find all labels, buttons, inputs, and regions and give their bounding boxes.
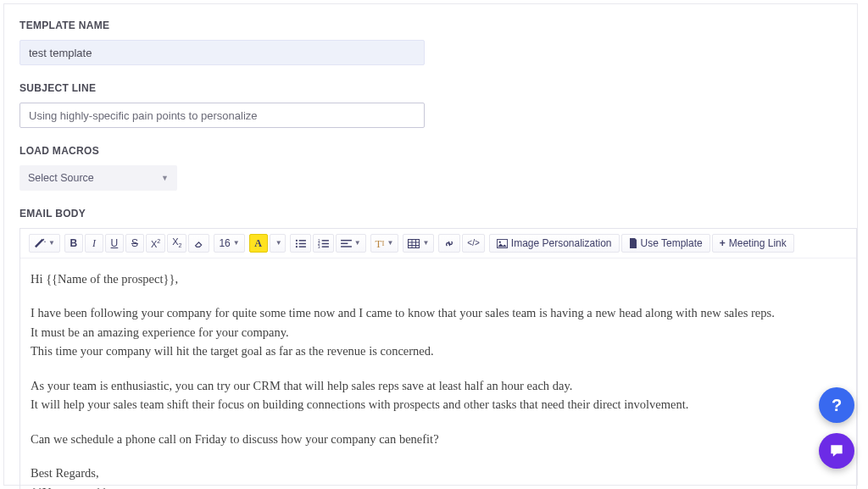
- body-line: As your team is enthusiastic, you can tr…: [31, 377, 846, 395]
- subject-line-label: SUBJECT LINE: [19, 82, 857, 94]
- svg-rect-16: [341, 246, 352, 247]
- chevron-down-icon: ▼: [161, 174, 169, 182]
- svg-rect-15: [341, 242, 348, 243]
- template-editor-panel: TEMPLATE NAME SUBJECT LINE LOAD MACROS S…: [3, 3, 858, 486]
- font-format-icon: T: [376, 238, 382, 249]
- subscript-button[interactable]: X2: [167, 234, 186, 253]
- chevron-down-icon: ▼: [387, 240, 394, 247]
- chevron-down-icon: ▼: [48, 240, 55, 247]
- svg-point-4: [295, 242, 297, 244]
- template-name-input[interactable]: [19, 40, 425, 65]
- svg-point-1: [44, 242, 45, 242]
- file-icon: [629, 238, 637, 248]
- image-personalization-button[interactable]: Image Personalization: [489, 234, 620, 253]
- svg-point-6: [295, 246, 297, 247]
- body-line: {{Your name}}: [31, 484, 846, 489]
- link-button[interactable]: [438, 234, 460, 253]
- chat-fab[interactable]: [819, 433, 854, 469]
- chat-icon: [828, 442, 845, 459]
- underline-button[interactable]: U: [105, 234, 124, 253]
- email-body-group: EMAIL BODY ▼ B I U S X2: [19, 208, 857, 489]
- svg-text:3: 3: [318, 245, 320, 248]
- font-size-value: 16: [219, 238, 230, 248]
- body-line: It will help your sales team shift their…: [31, 396, 846, 414]
- body-line: This time your company will hit the targ…: [31, 342, 846, 360]
- text-color-button[interactable]: A: [249, 234, 268, 253]
- template-name-label: TEMPLATE NAME: [19, 19, 857, 31]
- svg-point-23: [498, 241, 500, 242]
- rich-text-editor: ▼ B I U S X2 X2: [19, 228, 857, 489]
- source-select-value: Select Source: [28, 172, 94, 184]
- svg-rect-9: [321, 240, 328, 241]
- eraser-icon: [193, 239, 204, 248]
- svg-rect-17: [409, 239, 420, 247]
- text-color-icon: A: [254, 238, 262, 248]
- numbered-list-icon: 123: [318, 239, 329, 248]
- subject-line-input[interactable]: [19, 103, 425, 128]
- bold-button[interactable]: B: [64, 234, 83, 253]
- body-line: I have been following your company for q…: [31, 304, 846, 322]
- font-format-button[interactable]: T I ▼: [370, 234, 399, 253]
- svg-rect-11: [321, 242, 328, 243]
- image-personalization-label: Image Personalization: [511, 238, 612, 248]
- source-select[interactable]: Select Source ▼: [19, 165, 177, 191]
- link-icon: [443, 239, 455, 248]
- meeting-link-button[interactable]: + Meeting Link: [712, 234, 794, 253]
- editor-toolbar: ▼ B I U S X2 X2: [20, 229, 856, 258]
- code-view-button[interactable]: </>: [462, 234, 484, 253]
- plus-icon: +: [720, 238, 726, 248]
- email-body-editor[interactable]: Hi {{Name of the prospect}}, I have been…: [20, 258, 856, 489]
- image-icon: [497, 239, 508, 248]
- italic-button[interactable]: I: [85, 234, 103, 253]
- font-size-button[interactable]: 16 ▼: [214, 234, 244, 253]
- use-template-label: Use Template: [641, 238, 703, 248]
- ordered-list-button[interactable]: 123: [313, 234, 334, 253]
- svg-point-2: [295, 239, 297, 241]
- help-icon: ?: [832, 396, 842, 415]
- body-line: Can we schedule a phone call on Friday t…: [31, 431, 846, 448]
- template-name-group: TEMPLATE NAME: [19, 19, 857, 65]
- body-line: It must be an amazing experience for you…: [31, 324, 846, 342]
- help-fab[interactable]: ?: [819, 387, 854, 423]
- svg-point-0: [42, 239, 44, 241]
- align-icon: [341, 239, 352, 248]
- chevron-down-icon: ▼: [354, 240, 361, 247]
- body-line: Best Regards,: [31, 464, 846, 482]
- table-button[interactable]: ▼: [403, 234, 434, 253]
- svg-rect-7: [298, 246, 305, 247]
- chevron-down-icon: ▼: [275, 240, 282, 247]
- unordered-list-button[interactable]: [290, 234, 311, 253]
- magic-wand-button[interactable]: ▼: [29, 234, 60, 253]
- svg-rect-14: [341, 239, 352, 240]
- subject-line-group: SUBJECT LINE: [19, 82, 857, 128]
- svg-rect-3: [298, 240, 305, 241]
- code-icon: </>: [467, 239, 479, 247]
- load-macros-group: LOAD MACROS Select Source ▼: [19, 145, 857, 191]
- chevron-down-icon: ▼: [233, 240, 240, 247]
- body-line: Hi {{Name of the prospect}},: [31, 270, 846, 288]
- table-icon: [408, 239, 420, 248]
- strikethrough-button[interactable]: S: [125, 234, 144, 253]
- load-macros-label: LOAD MACROS: [19, 145, 857, 157]
- clear-format-button[interactable]: [188, 234, 209, 253]
- svg-rect-13: [321, 246, 328, 247]
- meeting-link-label: Meeting Link: [729, 238, 787, 248]
- paragraph-align-button[interactable]: ▼: [336, 234, 366, 253]
- svg-rect-5: [298, 242, 305, 243]
- use-template-button[interactable]: Use Template: [621, 234, 710, 253]
- chevron-down-icon: ▼: [422, 240, 429, 247]
- bullet-list-icon: [295, 239, 306, 248]
- magic-wand-icon: [34, 238, 46, 248]
- email-body-label: EMAIL BODY: [19, 208, 857, 219]
- superscript-button[interactable]: X2: [146, 234, 165, 253]
- text-color-more-button[interactable]: ▼: [270, 234, 286, 253]
